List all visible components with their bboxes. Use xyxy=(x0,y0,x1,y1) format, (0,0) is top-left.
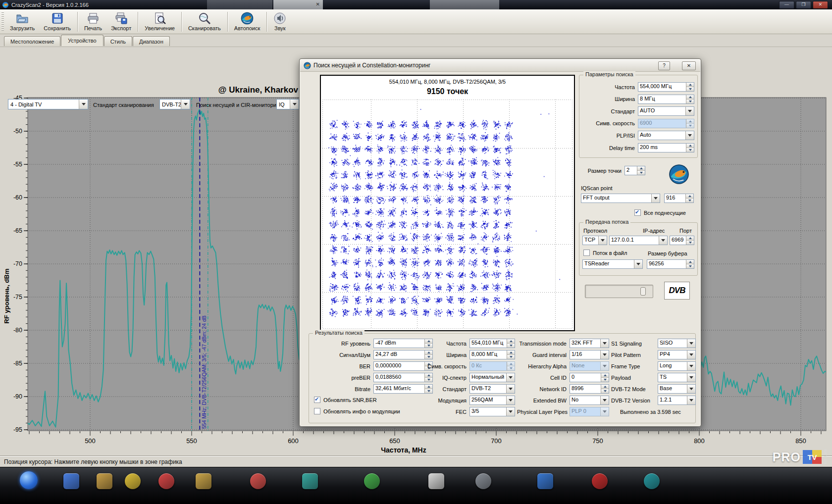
chevron-down-icon[interactable] xyxy=(687,373,695,382)
result-c4-field-5[interactable]: 1.2.1 xyxy=(658,396,696,405)
result-c2-field-5[interactable]: 256QAM xyxy=(469,396,515,405)
spinner-buttons[interactable] xyxy=(685,194,693,202)
taskbar-app-icon[interactable] xyxy=(475,473,491,489)
spin-down[interactable] xyxy=(686,240,694,245)
result-c2-field-2[interactable]: 0 Кс xyxy=(469,361,515,371)
update-modulation-checkbox[interactable]: Обновлять инфо о модуляции xyxy=(314,408,400,414)
spinner-buttons[interactable] xyxy=(507,362,515,370)
spinner-buttons[interactable] xyxy=(637,166,645,175)
result-c2-field-6[interactable]: 3/5 xyxy=(469,407,515,416)
spin-down[interactable] xyxy=(686,264,694,268)
param-field-0[interactable]: 554,000 МГц xyxy=(638,82,694,92)
chevron-down-icon[interactable] xyxy=(685,107,694,115)
maximize-button[interactable]: ❐ xyxy=(796,1,811,9)
save-button[interactable]: Сохранить xyxy=(39,10,75,34)
result-c3-field-2[interactable]: None xyxy=(570,361,609,371)
result-c4-field-3[interactable]: TS xyxy=(658,373,696,382)
taskbar-app-icon[interactable] xyxy=(537,473,553,489)
chevron-down-icon[interactable] xyxy=(687,362,695,370)
tab-location[interactable]: Местоположение xyxy=(4,36,60,46)
taskbar-app-icon[interactable] xyxy=(302,473,318,489)
ip-address-select[interactable]: 127.0.0.1 xyxy=(609,236,668,245)
chevron-down-icon[interactable] xyxy=(600,351,609,359)
chevron-down-icon[interactable] xyxy=(687,385,695,393)
taskbar-app-icon[interactable] xyxy=(250,473,266,489)
close-button[interactable]: ✕ xyxy=(813,1,828,9)
chevron-down-icon[interactable] xyxy=(687,351,695,359)
taskbar-app-icon[interactable] xyxy=(644,473,660,489)
sound-button[interactable]: Звук xyxy=(269,10,291,34)
chevron-down-icon[interactable] xyxy=(506,385,515,393)
chevron-down-icon[interactable] xyxy=(506,407,515,416)
result-c4-field-2[interactable]: Long xyxy=(658,361,696,371)
carrier-mode-select[interactable]: IQ xyxy=(276,99,299,109)
result-c3-field-5[interactable]: No xyxy=(570,396,609,405)
zoom-button[interactable]: Увеличение xyxy=(140,10,179,34)
result-c3-field-0[interactable]: 32K FFT xyxy=(570,339,609,348)
print-button[interactable]: Печать xyxy=(80,10,106,34)
device-select[interactable]: 4 - Digital TV xyxy=(8,99,88,109)
taskbar-app-icon[interactable] xyxy=(428,473,444,489)
dialog-close-button[interactable]: ✕ xyxy=(682,61,696,70)
result-c4-field-1[interactable]: PP4 xyxy=(658,350,696,359)
export-button[interactable]: Экспорт xyxy=(106,10,136,34)
spinner-buttons[interactable] xyxy=(686,119,694,128)
spinner-buttons[interactable] xyxy=(686,95,694,103)
taskbar-app-icon[interactable] xyxy=(158,473,174,489)
port-field[interactable]: 6969 xyxy=(670,236,694,245)
minimize-button[interactable]: — xyxy=(779,1,794,9)
chevron-down-icon[interactable] xyxy=(506,396,515,404)
chevron-down-icon[interactable] xyxy=(600,407,609,416)
param-field-3[interactable]: 6900 xyxy=(638,119,694,128)
tab-device[interactable]: Устройство xyxy=(61,35,104,46)
chevron-down-icon[interactable] xyxy=(687,396,695,404)
result-c4-field-4[interactable]: Base xyxy=(658,384,696,394)
taskbar-app-icon[interactable] xyxy=(592,473,608,489)
chevron-down-icon[interactable] xyxy=(685,131,694,140)
help-button[interactable]: ? xyxy=(658,61,670,70)
param-field-1[interactable]: 8 МГц xyxy=(638,95,694,104)
reader-select[interactable]: TSReader xyxy=(582,259,643,269)
iqscan-point-select[interactable]: FFT output xyxy=(581,194,660,203)
result-c3-field-6[interactable]: PLP 0 xyxy=(570,407,609,416)
taskbar-app-icon[interactable] xyxy=(63,473,79,489)
taskbar-app-icon[interactable] xyxy=(364,473,380,489)
taskbar-app-icon[interactable] xyxy=(196,473,211,489)
chevron-down-icon[interactable] xyxy=(600,362,609,370)
all-subcarriers-checkbox[interactable]: Все поднесущие xyxy=(634,209,686,216)
constellation-plot[interactable] xyxy=(322,100,572,329)
spinner-buttons[interactable] xyxy=(507,351,515,359)
result-c2-field-3[interactable]: Нормальный xyxy=(469,373,515,382)
result-c2-field-0[interactable]: 554,010 МГц xyxy=(469,339,515,348)
tab-range[interactable]: Диапазон xyxy=(133,36,170,46)
chevron-down-icon[interactable] xyxy=(290,100,299,109)
load-button[interactable]: Загрузить xyxy=(5,10,39,34)
chevron-down-icon[interactable] xyxy=(651,194,660,202)
taskbar-app-icon[interactable] xyxy=(97,473,112,489)
protocol-select[interactable]: TCP xyxy=(582,236,607,245)
chevron-down-icon[interactable] xyxy=(634,260,642,268)
param-field-5[interactable]: 200 ms xyxy=(638,143,694,152)
scan-button[interactable]: Сканировать xyxy=(184,10,225,34)
result-c3-field-4[interactable]: 8996 xyxy=(570,384,609,394)
result-c2-field-4[interactable]: DVB-T2 xyxy=(469,384,515,394)
spinner-buttons[interactable] xyxy=(601,373,609,382)
spinner-buttons[interactable] xyxy=(686,83,694,91)
toolbar-grip[interactable] xyxy=(1,12,4,32)
spinner-buttons[interactable] xyxy=(507,339,515,348)
chevron-down-icon[interactable] xyxy=(687,339,695,348)
spinner-buttons[interactable] xyxy=(601,385,609,393)
iqscan-carrier-field[interactable]: 916 xyxy=(664,194,694,203)
scan-standard-select[interactable]: DVB-T2 xyxy=(159,99,190,109)
update-snr-checkbox[interactable]: Обновлять SNR,BER xyxy=(314,397,377,403)
point-size-field[interactable]: 2 xyxy=(624,166,645,175)
autosearch-button[interactable]: Автопоиск xyxy=(230,10,265,34)
spin-up[interactable] xyxy=(686,260,694,264)
chevron-down-icon[interactable] xyxy=(659,236,667,245)
chevron-down-icon[interactable] xyxy=(600,396,609,404)
stream-to-file-checkbox[interactable]: Поток в файл xyxy=(583,250,627,256)
chevron-down-icon[interactable] xyxy=(506,373,515,382)
result-c3-field-3[interactable]: 0 xyxy=(570,373,609,382)
result-c4-field-0[interactable]: SISO xyxy=(658,339,696,348)
chevron-down-icon[interactable] xyxy=(600,339,609,348)
